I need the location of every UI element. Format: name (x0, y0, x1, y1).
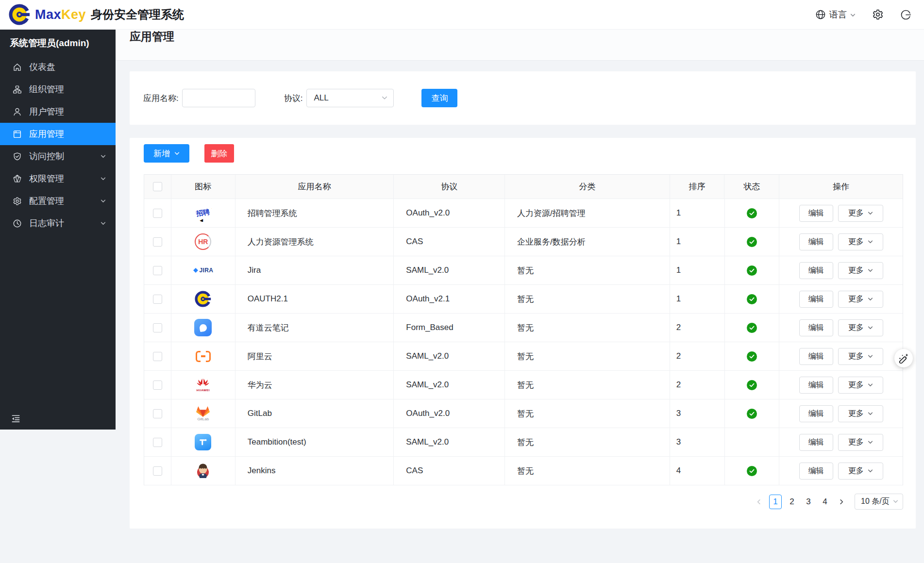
status-cell (725, 314, 780, 342)
sidebar-item-permission[interactable]: 权限管理 (0, 167, 116, 190)
sidebar-item-users[interactable]: 用户管理 (0, 100, 116, 123)
chevron-down-icon (893, 499, 898, 504)
language-label: 语言 (829, 9, 847, 20)
more-button[interactable]: 更多 (838, 205, 883, 222)
pagination-next-button[interactable] (835, 495, 848, 509)
edit-button[interactable]: 编辑 (799, 405, 833, 422)
add-button[interactable]: 新增 (144, 144, 189, 163)
pagination-page-3[interactable]: 3 (802, 495, 815, 509)
edit-button[interactable]: 编辑 (799, 262, 833, 279)
app-name-input[interactable] (182, 89, 255, 107)
operations-cell: 编辑更多 (779, 399, 903, 428)
row-checkbox[interactable] (153, 381, 162, 390)
more-button[interactable]: 更多 (838, 377, 883, 394)
app-icon-cell (171, 342, 235, 370)
edit-button[interactable]: 编辑 (799, 205, 833, 222)
more-button[interactable]: 更多 (838, 291, 883, 308)
page-size-value: 10 条/页 (861, 497, 890, 507)
sidebar-item-audit[interactable]: 日志审计 (0, 212, 116, 234)
row-select-cell (144, 342, 171, 370)
row-select-cell (144, 199, 171, 227)
pagination-page-2[interactable]: 2 (786, 495, 798, 509)
gem-icon (12, 174, 22, 183)
row-checkbox[interactable] (153, 209, 162, 218)
more-button[interactable]: 更多 (838, 262, 883, 279)
more-button[interactable]: 更多 (838, 434, 883, 451)
sidebar-item-label: 权限管理 (29, 173, 101, 184)
category-cell: 人力资源/招聘管理 (505, 199, 670, 227)
edit-button[interactable]: 编辑 (799, 233, 833, 250)
protocol-cell: Form_Based (394, 314, 505, 342)
edit-button[interactable]: 编辑 (799, 434, 833, 451)
check-circle-icon (747, 294, 757, 304)
check-circle-icon (747, 351, 757, 362)
column-header: 操作 (779, 175, 903, 199)
row-checkbox[interactable] (153, 295, 162, 304)
edit-button[interactable]: 编辑 (799, 463, 833, 480)
page-title: 应用管理 (130, 29, 924, 44)
edit-button[interactable]: 编辑 (799, 377, 833, 394)
protocol-cell: OAuth_v2.1 (394, 285, 505, 313)
edit-button[interactable]: 编辑 (799, 348, 833, 365)
search-button[interactable]: 查询 (421, 89, 457, 107)
sidebar-item-access[interactable]: 访问控制 (0, 145, 116, 167)
sidebar-collapse-button[interactable] (11, 414, 21, 424)
sidebar-nav: 仪表盘组织管理用户管理应用管理访问控制权限管理配置管理日志审计 (0, 56, 116, 234)
row-select-cell (144, 399, 171, 428)
maxkey-app-icon (193, 289, 213, 309)
pagination-page-1[interactable]: 1 (769, 495, 782, 509)
row-select-cell (144, 428, 171, 456)
row-checkbox[interactable] (153, 438, 162, 447)
sort-cell: 2 (670, 314, 725, 342)
hr-app-icon: HR (193, 232, 213, 251)
sidebar-item-apps[interactable]: 应用管理 (0, 123, 116, 145)
row-select-cell (144, 228, 171, 256)
pagination-prev-button[interactable] (753, 495, 765, 509)
table-row: JIRAJiraSAML_v2.0暂无1编辑更多 (144, 256, 903, 285)
row-checkbox[interactable] (153, 266, 162, 275)
chevron-down-icon (868, 297, 873, 302)
row-checkbox[interactable] (153, 409, 162, 418)
app-name-cell: Teambition(test) (235, 428, 394, 456)
more-button[interactable]: 更多 (838, 348, 883, 365)
edit-button[interactable]: 编辑 (799, 319, 833, 336)
delete-button[interactable]: 删除 (204, 144, 234, 163)
row-checkbox[interactable] (153, 352, 162, 361)
more-button[interactable]: 更多 (838, 233, 883, 250)
pagination-page-4[interactable]: 4 (819, 495, 831, 509)
protocol-cell: SAML_v2.0 (394, 371, 505, 399)
more-button[interactable]: 更多 (838, 319, 883, 336)
select-all-checkbox[interactable] (153, 182, 162, 191)
language-menu[interactable]: 语言 (815, 9, 856, 20)
app-name-cell: 华为云 (235, 371, 394, 399)
sort-cell: 1 (670, 256, 725, 284)
app-icon-cell (171, 457, 235, 485)
status-cell (725, 199, 780, 227)
page-size-select[interactable]: 10 条/页 (855, 494, 903, 510)
operations-cell: 编辑更多 (779, 314, 903, 342)
row-checkbox[interactable] (153, 323, 162, 332)
settings-button[interactable] (872, 9, 884, 20)
sidebar-item-label: 日志审计 (29, 217, 101, 229)
main-content: 应用名称: 协议: ALL 查询 新增 删除 图标应用名称协议分类排序状态操作招… (116, 61, 924, 529)
more-button[interactable]: 更多 (838, 463, 883, 480)
row-checkbox[interactable] (153, 237, 162, 247)
magic-wand-button[interactable] (894, 349, 913, 367)
chevron-down-icon (868, 468, 873, 474)
logout-button[interactable] (900, 9, 911, 20)
check-circle-icon (747, 208, 757, 218)
menu-fold-icon (11, 414, 21, 424)
sidebar-item-config[interactable]: 配置管理 (0, 190, 116, 212)
app-name-cell: OAUTH2.1 (235, 285, 394, 313)
category-cell: 暂无 (505, 285, 670, 313)
sidebar-item-dashboard[interactable]: 仪表盘 (0, 56, 116, 78)
more-button[interactable]: 更多 (838, 405, 883, 422)
column-header: 应用名称 (235, 175, 394, 199)
app-name-cell: 阿里云 (235, 342, 394, 370)
operations-cell: 编辑更多 (779, 256, 903, 284)
row-select-cell (144, 457, 171, 485)
edit-button[interactable]: 编辑 (799, 291, 833, 308)
protocol-select[interactable]: ALL (306, 89, 394, 107)
row-checkbox[interactable] (153, 466, 162, 476)
sidebar-item-org[interactable]: 组织管理 (0, 78, 116, 100)
